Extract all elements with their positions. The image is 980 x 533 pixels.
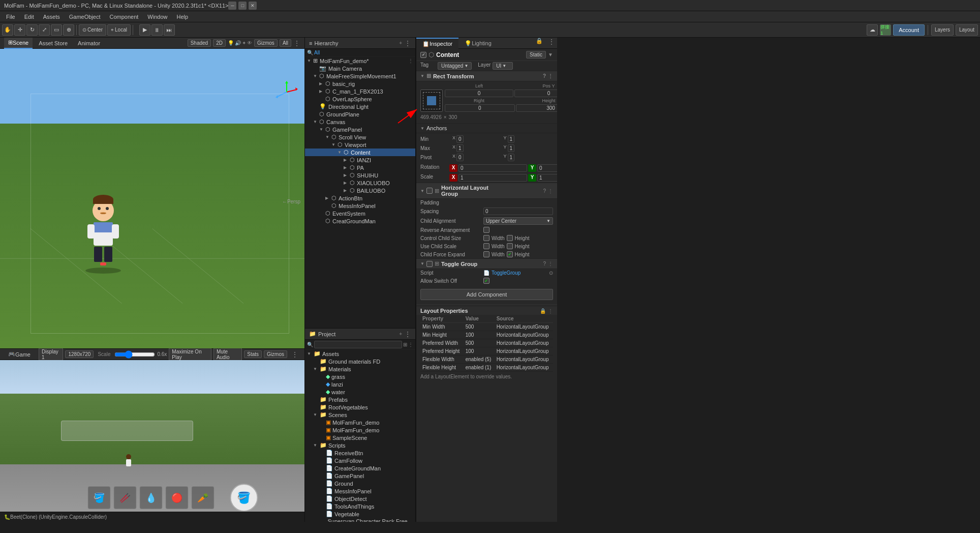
- menu-gameobject[interactable]: GameObject: [65, 13, 105, 21]
- layers-button[interactable]: Layers: [931, 24, 954, 36]
- proj-water[interactable]: ◆ water: [305, 388, 415, 396]
- rt-height-input[interactable]: [516, 104, 557, 112]
- proj-scripts[interactable]: ▼ 📁 Scripts: [305, 441, 415, 449]
- proj-rootvegetables[interactable]: 📁 RootVegetables: [305, 403, 415, 411]
- mute-btn[interactable]: Mute Audio: [213, 348, 242, 361]
- tab-animator[interactable]: Animator: [74, 38, 104, 49]
- scene-menu-icon[interactable]: ⋮: [293, 39, 300, 47]
- hier-maincamera[interactable]: 📷 Main Camera: [305, 65, 415, 72]
- toggle-menu[interactable]: ⋮: [548, 261, 553, 266]
- lp-menu-icon[interactable]: ⋮: [548, 308, 553, 314]
- coords-button[interactable]: ⌖ Local: [107, 24, 131, 36]
- menu-assets[interactable]: Assets: [39, 13, 64, 21]
- proj-scene-2[interactable]: ▣ MolFamFun_demo: [305, 426, 415, 434]
- tab-lighting[interactable]: 💡 Lighting: [458, 38, 498, 49]
- tool-rect[interactable]: ▭: [51, 24, 62, 36]
- play-button[interactable]: ▶: [139, 24, 150, 36]
- all-button[interactable]: All: [314, 50, 320, 55]
- rt-left-input[interactable]: [445, 90, 513, 97]
- proj-lanzi[interactable]: ◆ lanzi: [305, 380, 415, 388]
- hier-viewport[interactable]: ▼ ⬡ Viewport: [305, 141, 415, 149]
- rot-y-input[interactable]: [537, 164, 557, 172]
- stats-btn[interactable]: Stats: [244, 350, 262, 358]
- rect-transform-header[interactable]: ▼ ⊞ Rect Transform ? ⋮: [416, 71, 557, 81]
- maximize-button[interactable]: □: [238, 2, 247, 10]
- menu-window[interactable]: Window: [143, 13, 171, 21]
- rt-settings-icon[interactable]: ⋮: [548, 73, 553, 79]
- toggle-header[interactable]: ▼ ⊞ Toggle Group ? ⋮: [416, 258, 557, 269]
- hier-menu-icon[interactable]: ⋮: [404, 39, 411, 47]
- proj-materials[interactable]: ▼ 📁 Materials: [305, 365, 415, 373]
- tool-transform[interactable]: ⊕: [63, 24, 74, 36]
- hier-basicrig[interactable]: ▶ ⬡ basic_rig: [305, 80, 415, 87]
- game-view[interactable]: 🪣 🥢 💧 🔴 🥕 🪣: [0, 360, 304, 512]
- proj-gamepanel-script[interactable]: 📄 GamePanel: [305, 472, 415, 480]
- rt-posy-input[interactable]: [514, 90, 557, 97]
- hier-groundplane[interactable]: ⬡ GroundPlane: [305, 110, 415, 118]
- proj-assets-root[interactable]: ▼ 📁 Assets: [305, 350, 415, 358]
- hlg-help[interactable]: ?: [543, 188, 546, 194]
- pivot-button[interactable]: ⊙ Center: [79, 24, 106, 36]
- menu-file[interactable]: File: [2, 13, 19, 21]
- menu-component[interactable]: Component: [105, 13, 142, 21]
- game-gizmos-btn[interactable]: Gizmos: [264, 350, 287, 358]
- minimize-button[interactable]: ─: [228, 2, 236, 10]
- scale-slider[interactable]: [114, 350, 155, 359]
- hier-ianzi[interactable]: ▶ ⬡ IANZI: [305, 156, 415, 164]
- hier-xiaoluobo[interactable]: ▶ ⬡ XIAOLUOBO: [305, 179, 415, 187]
- proj-sample-scene[interactable]: ▣ SampleScene: [305, 434, 415, 441]
- proj-prefabs[interactable]: 📁 Prefabs: [305, 396, 415, 403]
- tool-hand[interactable]: ✋: [2, 24, 13, 36]
- hier-overlapsphere[interactable]: ⬡ OverLapSphere: [305, 95, 415, 103]
- hier-creatgroundman[interactable]: ⬡ CreatGroundMan: [305, 217, 415, 225]
- toggle-enable[interactable]: [426, 261, 433, 267]
- rt-help-icon[interactable]: ?: [543, 73, 546, 79]
- lock-icon[interactable]: 🔒: [533, 38, 546, 48]
- menu-help[interactable]: Help: [172, 13, 192, 21]
- hier-actionbtn[interactable]: ▶ ⬡ ActionBtn: [305, 194, 415, 202]
- proj-objectdetect[interactable]: 📄 ObjectDetect: [305, 495, 415, 502]
- hier-scrollview[interactable]: ▼ ⬡ Scroll View: [305, 133, 415, 141]
- proj-receivebtn[interactable]: 📄 ReceiveBtn: [305, 449, 415, 457]
- hierarchy-tree[interactable]: ▼ ⊞ MolFamFun_demo* ⋮ 📷 Main Camera ▼ ⬡ …: [305, 57, 415, 328]
- hier-content[interactable]: ▼ ⬡ Content: [305, 149, 415, 156]
- tab-game[interactable]: 🎮 Game: [4, 349, 35, 360]
- anchors-header[interactable]: ▼ Anchors: [416, 123, 557, 133]
- toggle-help[interactable]: ?: [543, 261, 546, 266]
- proj-toolsthings[interactable]: 📄 ToolsAndThings: [305, 502, 415, 510]
- proj-grass[interactable]: ◆ grass: [305, 373, 415, 380]
- all-button[interactable]: All: [280, 39, 291, 47]
- scene-view[interactable]: ←Persp: [0, 49, 304, 348]
- hlg-fe-height-check[interactable]: [507, 251, 513, 257]
- toggle-script-select[interactable]: ⊙: [549, 270, 553, 276]
- hier-pa[interactable]: ▶ ⬡ PA: [305, 164, 415, 171]
- game-menu-icon[interactable]: ⋮: [289, 350, 300, 359]
- hier-shuihu[interactable]: ▶ ⬡ SHUIHU: [305, 171, 415, 179]
- hlg-fe-width-check[interactable]: [483, 251, 489, 257]
- proj-supercyan[interactable]: 📁 Supercyan Character Pack Free Sample: [305, 518, 415, 522]
- tool-move[interactable]: ✛: [14, 24, 25, 36]
- hier-menu[interactable]: ⋮: [408, 58, 413, 64]
- hlg-reverse-check[interactable]: [483, 227, 489, 233]
- hlg-spacing-input[interactable]: [483, 208, 553, 215]
- shaded-dropdown[interactable]: Shaded: [188, 39, 211, 47]
- add-component-button[interactable]: Add Component: [420, 289, 553, 300]
- tool-scale[interactable]: ⤢: [39, 24, 50, 36]
- hier-add-button[interactable]: +: [399, 40, 402, 46]
- collab-button[interactable]: 拼接1: [880, 24, 891, 36]
- hlg-childalign-dropdown[interactable]: Upper Center ▼: [483, 217, 553, 225]
- rot-x-input[interactable]: [458, 164, 527, 172]
- hlg-scale-width-check[interactable]: [483, 243, 489, 249]
- maximize-btn[interactable]: Maximize On Play: [169, 348, 211, 361]
- toggle-allowswitch-check[interactable]: [483, 278, 489, 284]
- tab-scene[interactable]: ⊞ Scene: [4, 38, 33, 49]
- display-select[interactable]: Display 1: [39, 348, 64, 361]
- tag-dropdown[interactable]: Untagged ▼: [438, 62, 472, 70]
- pause-button[interactable]: ⏸: [151, 24, 163, 36]
- hier-cman[interactable]: ▶ ⬡ C_man_1_FBX2013: [305, 87, 415, 95]
- proj-icon-2[interactable]: ⋮: [408, 342, 413, 347]
- project-search-input[interactable]: [314, 341, 402, 348]
- rt-right-input[interactable]: [445, 104, 515, 112]
- hier-scene[interactable]: ▼ ⊞ MolFamFun_demo* ⋮: [305, 57, 415, 65]
- hier-malefree[interactable]: ▼ ⬡ MaleFreeSimpleMovement1: [305, 72, 415, 80]
